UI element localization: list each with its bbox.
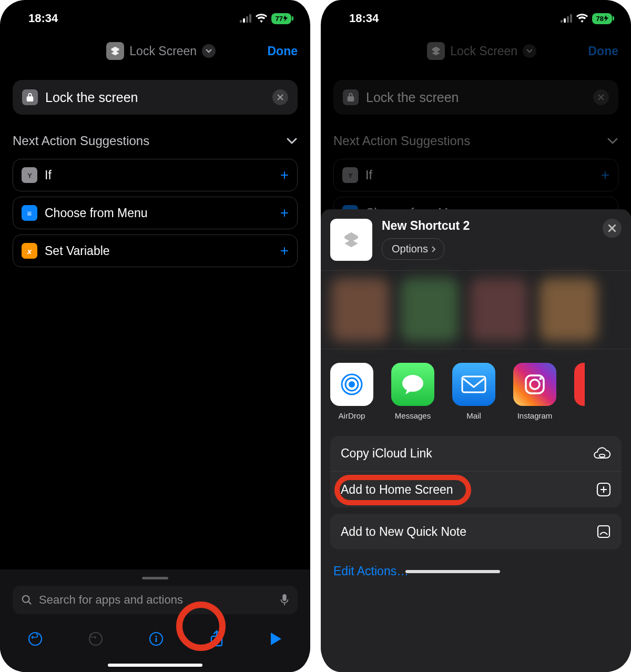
wifi-icon	[256, 14, 267, 23]
status-indicators: 77	[240, 13, 291, 24]
branch-icon: ʏ	[342, 167, 358, 183]
svg-point-3	[29, 633, 42, 645]
shortcut-action-block: Lock the screen	[333, 80, 618, 115]
microphone-icon[interactable]	[280, 594, 289, 606]
action-label: Add to Home Screen	[341, 483, 453, 497]
battery-indicator: 78	[592, 13, 612, 24]
play-button[interactable]	[269, 632, 283, 648]
search-input[interactable]: Search for apps and actions	[13, 586, 298, 614]
status-bar: 18:34 77	[0, 0, 310, 37]
chevron-down-icon	[607, 137, 618, 145]
share-app-airdrop[interactable]: AirDrop	[330, 363, 373, 420]
titlebar: Lock Screen Done	[321, 37, 631, 68]
lock-icon	[22, 89, 38, 105]
undo-button[interactable]	[27, 631, 43, 649]
suggestion-label: If	[365, 168, 594, 182]
redo-button[interactable]	[88, 631, 104, 649]
page-title-text: Lock Screen	[450, 44, 517, 58]
svg-rect-13	[462, 376, 485, 392]
suggestion-item-if: ʏ If +	[333, 159, 618, 191]
variable-icon: x	[22, 243, 37, 259]
add-suggestion-button: +	[601, 167, 609, 184]
phone-screen-left: 18:34 77 Lock Screen Done Lock the scree…	[0, 0, 316, 672]
quicknote-icon	[596, 524, 611, 539]
chevron-right-icon	[431, 246, 436, 253]
clear-action-button[interactable]	[272, 89, 288, 105]
suggestion-item-variable[interactable]: x Set Variable +	[13, 235, 298, 267]
info-button[interactable]	[148, 631, 164, 649]
share-app-instagram[interactable]: Instagram	[513, 363, 556, 420]
action-label: Add to New Quick Note	[341, 525, 466, 539]
svg-rect-7	[156, 638, 157, 642]
branch-icon: ʏ	[22, 167, 37, 183]
svg-rect-2	[282, 594, 286, 601]
signal-icon	[561, 14, 572, 23]
chevron-down-icon[interactable]	[202, 44, 216, 58]
app-label: Messages	[395, 411, 431, 420]
share-options-button[interactable]: Options	[382, 238, 444, 260]
lock-icon	[343, 89, 359, 105]
chevron-down-icon	[523, 44, 536, 58]
page-title-text: Lock Screen	[129, 44, 197, 58]
share-apps-row[interactable]: AirDrop Messages Mail Instagram	[321, 349, 631, 425]
suggestions-header: Next Action Suggestions	[321, 126, 631, 154]
suggestion-item-menu[interactable]: ≡ Choose from Menu +	[13, 197, 298, 229]
share-sheet: New Shortcut 2 Options AirDrop	[321, 209, 631, 672]
add-suggestion-button[interactable]: +	[280, 167, 289, 184]
suggestions-header-label: Next Action Suggestions	[13, 134, 149, 148]
svg-point-12	[402, 375, 423, 392]
share-title: New Shortcut 2	[382, 219, 593, 233]
action-block-text: Lock the screen	[366, 90, 586, 105]
battery-indicator: 77	[271, 13, 291, 24]
shortcut-action-block[interactable]: Lock the screen	[13, 80, 298, 115]
share-app-messages[interactable]: Messages	[391, 363, 434, 420]
share-app-mail[interactable]: Mail	[452, 363, 495, 420]
share-thumbnail	[330, 219, 372, 261]
svg-line-1	[28, 602, 32, 605]
svg-point-4	[89, 633, 102, 645]
app-label: AirDrop	[339, 411, 365, 420]
contact-item[interactable]	[331, 278, 389, 341]
action-copy-icloud-link[interactable]: Copy iCloud Link	[330, 436, 622, 472]
suggestion-label: If	[45, 168, 273, 182]
done-button[interactable]: Done	[267, 44, 298, 58]
svg-point-6	[155, 635, 157, 637]
action-add-to-home-screen[interactable]: Add to Home Screen	[330, 472, 622, 507]
menu-icon: ≡	[22, 205, 37, 221]
clear-action-button	[593, 89, 609, 105]
add-suggestion-button[interactable]: +	[280, 242, 289, 259]
contact-item[interactable]	[540, 278, 597, 341]
toolbar	[0, 622, 310, 664]
phone-screen-right: 18:34 78 Lock Screen Done	[316, 0, 631, 672]
share-app-partial[interactable]	[574, 363, 585, 406]
app-label: Instagram	[517, 411, 553, 420]
home-indicator[interactable]	[405, 570, 500, 573]
share-contacts-row[interactable]	[321, 270, 631, 349]
svg-point-0	[23, 596, 29, 603]
annotation-highlight-circle	[176, 602, 226, 651]
status-time: 18:34	[349, 12, 379, 25]
action-add-quick-note[interactable]: Add to New Quick Note	[330, 514, 622, 549]
suggestion-item-if[interactable]: ʏ If +	[13, 159, 298, 191]
wifi-icon	[576, 14, 588, 23]
close-share-button[interactable]	[603, 219, 622, 238]
home-indicator[interactable]	[108, 664, 202, 667]
contact-item[interactable]	[401, 278, 459, 341]
action-label: Copy iCloud Link	[341, 446, 432, 461]
page-title[interactable]: Lock Screen	[106, 42, 216, 60]
bottom-panel: Search for apps and actions	[0, 569, 310, 672]
svg-rect-19	[598, 526, 609, 537]
share-actions-list: Copy iCloud Link Add to Home Screen	[330, 436, 622, 507]
status-time: 18:34	[28, 12, 58, 25]
signal-icon	[240, 14, 251, 23]
add-suggestion-button[interactable]: +	[280, 205, 289, 221]
shortcut-icon	[106, 42, 124, 60]
suggestions-header[interactable]: Next Action Suggestions	[0, 126, 310, 154]
search-placeholder: Search for apps and actions	[39, 593, 183, 607]
search-icon	[21, 594, 33, 606]
suggestion-label: Set Variable	[45, 244, 273, 258]
svg-point-17	[599, 454, 605, 456]
contact-item[interactable]	[470, 278, 528, 341]
titlebar: Lock Screen Done	[0, 37, 310, 68]
grab-handle[interactable]	[142, 577, 168, 579]
